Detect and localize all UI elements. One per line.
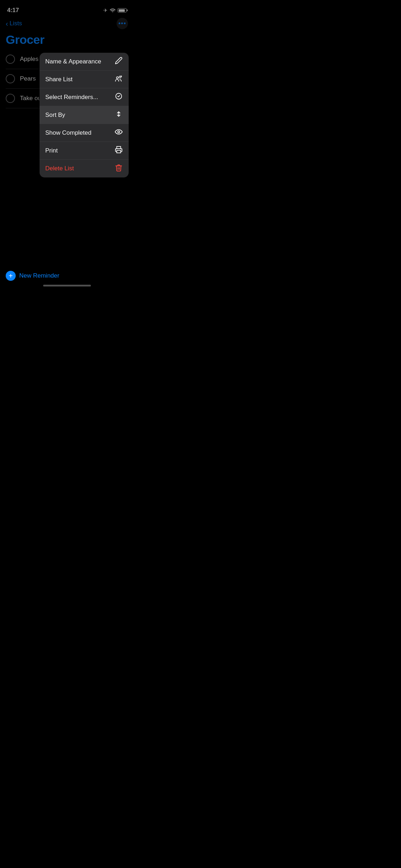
menu-item-label: Delete List [45, 165, 74, 172]
menu-item-label: Sort By [45, 112, 65, 119]
menu-item-share-list[interactable]: Share List [40, 71, 129, 88]
svg-rect-6 [117, 150, 121, 153]
menu-item-label: Select Reminders... [45, 94, 98, 101]
trash-icon [114, 164, 123, 174]
sort-icon [114, 110, 123, 120]
menu-item-sort-by[interactable]: Sort By [40, 106, 129, 124]
menu-item-show-completed[interactable]: Show Completed [40, 124, 129, 142]
new-reminder-bar[interactable]: + New Reminder [6, 271, 59, 281]
menu-item-name-appearance[interactable]: Name & Appearance [40, 53, 129, 71]
menu-item-label: Name & Appearance [45, 58, 101, 65]
svg-point-5 [118, 131, 120, 133]
menu-item-print[interactable]: Print [40, 142, 129, 160]
svg-point-0 [119, 76, 121, 78]
menu-item-select-reminders[interactable]: Select Reminders... [40, 88, 129, 106]
pencil-icon [114, 57, 123, 66]
menu-item-label: Show Completed [45, 129, 91, 136]
printer-icon [114, 146, 123, 155]
new-reminder-label: New Reminder [19, 272, 59, 279]
plus-icon: + [9, 272, 13, 279]
menu-item-label: Share List [45, 76, 73, 83]
eye-icon [114, 128, 123, 138]
share-person-icon [114, 74, 123, 84]
svg-point-1 [117, 77, 119, 79]
context-menu: Name & Appearance Share List Select Remi… [40, 53, 129, 177]
menu-item-delete-list[interactable]: Delete List [40, 160, 129, 177]
menu-item-label: Print [45, 147, 58, 154]
add-reminder-button[interactable]: + [6, 271, 16, 281]
checkmark-circle-icon [114, 92, 123, 102]
home-indicator [43, 285, 91, 286]
